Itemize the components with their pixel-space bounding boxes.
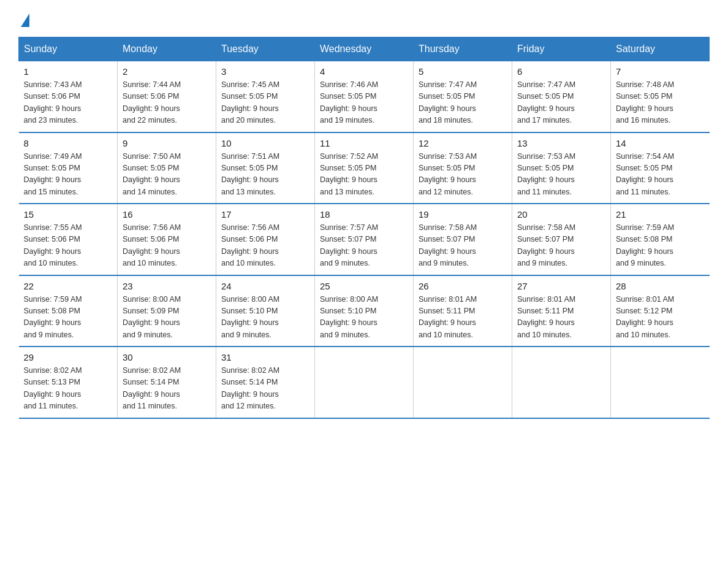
day-number: 19 xyxy=(419,209,507,220)
calendar-week-2: 8Sunrise: 7:49 AMSunset: 5:05 PMDaylight… xyxy=(19,132,710,204)
calendar-cell xyxy=(512,347,611,418)
day-info: Sunrise: 7:56 AMSunset: 5:06 PMDaylight:… xyxy=(221,222,309,270)
day-number: 23 xyxy=(123,281,211,291)
day-info: Sunrise: 7:47 AMSunset: 5:05 PMDaylight:… xyxy=(517,79,605,127)
weekday-header-thursday: Thursday xyxy=(414,37,512,61)
day-info: Sunrise: 7:53 AMSunset: 5:05 PMDaylight:… xyxy=(419,151,507,199)
day-number: 3 xyxy=(221,66,309,77)
day-info: Sunrise: 7:59 AMSunset: 5:08 PMDaylight:… xyxy=(616,222,705,270)
calendar-cell: 6Sunrise: 7:47 AMSunset: 5:05 PMDaylight… xyxy=(512,61,611,132)
day-number: 25 xyxy=(320,281,408,291)
calendar-cell: 11Sunrise: 7:52 AMSunset: 5:05 PMDayligh… xyxy=(315,132,414,204)
day-number: 20 xyxy=(517,209,605,220)
day-info: Sunrise: 8:01 AMSunset: 5:11 PMDaylight:… xyxy=(517,294,605,342)
calendar-cell: 4Sunrise: 7:46 AMSunset: 5:05 PMDaylight… xyxy=(315,61,414,132)
day-info: Sunrise: 7:49 AMSunset: 5:05 PMDaylight:… xyxy=(24,151,113,199)
calendar-cell: 26Sunrise: 8:01 AMSunset: 5:11 PMDayligh… xyxy=(414,275,512,347)
weekday-header-tuesday: Tuesday xyxy=(216,37,315,61)
weekday-header-sunday: Sunday xyxy=(19,37,118,61)
day-number: 12 xyxy=(419,138,507,148)
calendar-cell: 2Sunrise: 7:44 AMSunset: 5:06 PMDaylight… xyxy=(118,61,216,132)
day-info: Sunrise: 7:54 AMSunset: 5:05 PMDaylight:… xyxy=(616,151,705,199)
calendar-cell: 10Sunrise: 7:51 AMSunset: 5:05 PMDayligh… xyxy=(216,132,315,204)
calendar-cell: 27Sunrise: 8:01 AMSunset: 5:11 PMDayligh… xyxy=(512,275,611,347)
day-number: 31 xyxy=(221,352,309,362)
calendar-cell: 20Sunrise: 7:58 AMSunset: 5:07 PMDayligh… xyxy=(512,204,611,275)
day-number: 18 xyxy=(320,209,408,220)
day-info: Sunrise: 8:01 AMSunset: 5:11 PMDaylight:… xyxy=(419,294,507,342)
day-info: Sunrise: 7:50 AMSunset: 5:05 PMDaylight:… xyxy=(123,151,211,199)
calendar-cell: 29Sunrise: 8:02 AMSunset: 5:13 PMDayligh… xyxy=(19,347,118,418)
day-number: 29 xyxy=(24,352,113,362)
day-number: 2 xyxy=(123,66,211,77)
weekday-header-row: SundayMondayTuesdayWednesdayThursdayFrid… xyxy=(19,37,710,61)
page-header xyxy=(18,12,710,25)
calendar-cell xyxy=(414,347,512,418)
calendar-cell: 21Sunrise: 7:59 AMSunset: 5:08 PMDayligh… xyxy=(611,204,710,275)
day-info: Sunrise: 7:59 AMSunset: 5:08 PMDaylight:… xyxy=(24,294,113,342)
day-info: Sunrise: 7:47 AMSunset: 5:05 PMDaylight:… xyxy=(419,79,507,127)
day-info: Sunrise: 8:00 AMSunset: 5:10 PMDaylight:… xyxy=(320,294,408,342)
day-info: Sunrise: 7:43 AMSunset: 5:06 PMDaylight:… xyxy=(24,79,113,127)
day-number: 11 xyxy=(320,138,408,148)
calendar-table: SundayMondayTuesdayWednesdayThursdayFrid… xyxy=(18,37,710,419)
day-info: Sunrise: 7:56 AMSunset: 5:06 PMDaylight:… xyxy=(123,222,211,270)
calendar-cell: 24Sunrise: 8:00 AMSunset: 5:10 PMDayligh… xyxy=(216,275,315,347)
day-number: 9 xyxy=(123,138,211,148)
day-number: 17 xyxy=(221,209,309,220)
calendar-cell: 30Sunrise: 8:02 AMSunset: 5:14 PMDayligh… xyxy=(118,347,216,418)
day-info: Sunrise: 7:45 AMSunset: 5:05 PMDaylight:… xyxy=(221,79,309,127)
day-number: 16 xyxy=(123,209,211,220)
logo-triangle-icon xyxy=(21,13,29,27)
day-number: 10 xyxy=(221,138,309,148)
calendar-cell: 1Sunrise: 7:43 AMSunset: 5:06 PMDaylight… xyxy=(19,61,118,132)
day-number: 7 xyxy=(616,66,705,77)
calendar-week-3: 15Sunrise: 7:55 AMSunset: 5:06 PMDayligh… xyxy=(19,204,710,275)
day-info: Sunrise: 8:02 AMSunset: 5:14 PMDaylight:… xyxy=(221,365,309,413)
day-info: Sunrise: 7:48 AMSunset: 5:05 PMDaylight:… xyxy=(616,79,705,127)
day-number: 27 xyxy=(517,281,605,291)
day-number: 22 xyxy=(24,281,113,291)
calendar-week-1: 1Sunrise: 7:43 AMSunset: 5:06 PMDaylight… xyxy=(19,61,710,132)
calendar-cell: 12Sunrise: 7:53 AMSunset: 5:05 PMDayligh… xyxy=(414,132,512,204)
day-info: Sunrise: 7:58 AMSunset: 5:07 PMDaylight:… xyxy=(517,222,605,270)
calendar-cell: 28Sunrise: 8:01 AMSunset: 5:12 PMDayligh… xyxy=(611,275,710,347)
logo xyxy=(18,12,29,25)
day-number: 28 xyxy=(616,281,705,291)
calendar-cell: 31Sunrise: 8:02 AMSunset: 5:14 PMDayligh… xyxy=(216,347,315,418)
day-number: 5 xyxy=(419,66,507,77)
day-number: 1 xyxy=(24,66,113,77)
calendar-cell: 8Sunrise: 7:49 AMSunset: 5:05 PMDaylight… xyxy=(19,132,118,204)
day-info: Sunrise: 7:55 AMSunset: 5:06 PMDaylight:… xyxy=(24,222,113,270)
calendar-cell: 22Sunrise: 7:59 AMSunset: 5:08 PMDayligh… xyxy=(19,275,118,347)
day-info: Sunrise: 8:00 AMSunset: 5:09 PMDaylight:… xyxy=(123,294,211,342)
calendar-cell: 16Sunrise: 7:56 AMSunset: 5:06 PMDayligh… xyxy=(118,204,216,275)
day-number: 6 xyxy=(517,66,605,77)
day-info: Sunrise: 8:00 AMSunset: 5:10 PMDaylight:… xyxy=(221,294,309,342)
calendar-cell: 17Sunrise: 7:56 AMSunset: 5:06 PMDayligh… xyxy=(216,204,315,275)
day-number: 26 xyxy=(419,281,507,291)
day-number: 14 xyxy=(616,138,705,148)
day-number: 4 xyxy=(320,66,408,77)
day-info: Sunrise: 8:02 AMSunset: 5:13 PMDaylight:… xyxy=(24,365,113,413)
calendar-cell: 23Sunrise: 8:00 AMSunset: 5:09 PMDayligh… xyxy=(118,275,216,347)
day-info: Sunrise: 7:52 AMSunset: 5:05 PMDaylight:… xyxy=(320,151,408,199)
day-number: 13 xyxy=(517,138,605,148)
calendar-cell xyxy=(611,347,710,418)
calendar-cell xyxy=(315,347,414,418)
weekday-header-wednesday: Wednesday xyxy=(315,37,414,61)
day-number: 24 xyxy=(221,281,309,291)
day-info: Sunrise: 7:57 AMSunset: 5:07 PMDaylight:… xyxy=(320,222,408,270)
calendar-cell: 5Sunrise: 7:47 AMSunset: 5:05 PMDaylight… xyxy=(414,61,512,132)
weekday-header-friday: Friday xyxy=(512,37,611,61)
day-info: Sunrise: 7:46 AMSunset: 5:05 PMDaylight:… xyxy=(320,79,408,127)
weekday-header-saturday: Saturday xyxy=(611,37,710,61)
day-number: 15 xyxy=(24,209,113,220)
calendar-cell: 9Sunrise: 7:50 AMSunset: 5:05 PMDaylight… xyxy=(118,132,216,204)
calendar-week-4: 22Sunrise: 7:59 AMSunset: 5:08 PMDayligh… xyxy=(19,275,710,347)
calendar-cell: 18Sunrise: 7:57 AMSunset: 5:07 PMDayligh… xyxy=(315,204,414,275)
weekday-header-monday: Monday xyxy=(118,37,216,61)
day-info: Sunrise: 7:51 AMSunset: 5:05 PMDaylight:… xyxy=(221,151,309,199)
day-info: Sunrise: 7:53 AMSunset: 5:05 PMDaylight:… xyxy=(517,151,605,199)
calendar-cell: 19Sunrise: 7:58 AMSunset: 5:07 PMDayligh… xyxy=(414,204,512,275)
